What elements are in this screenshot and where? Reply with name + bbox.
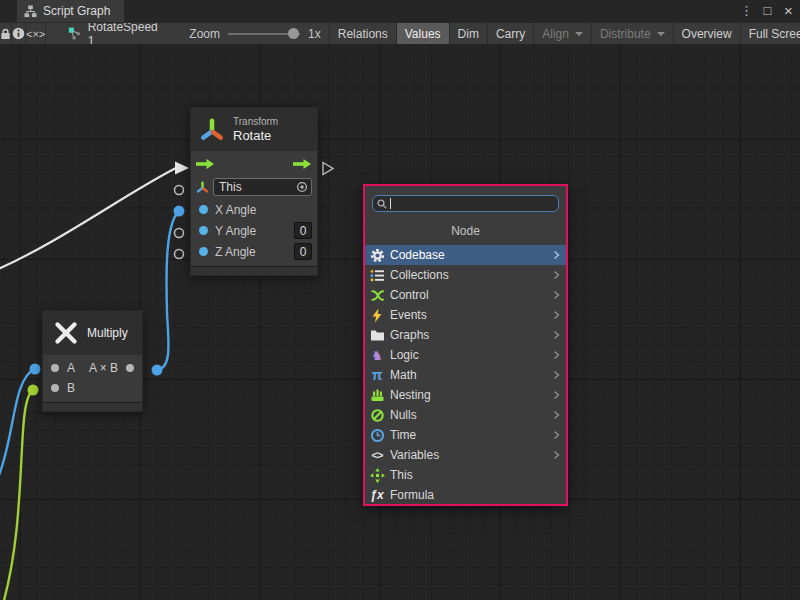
unconnected-port[interactable] xyxy=(175,229,184,238)
flow-input-arrow-icon[interactable] xyxy=(196,158,215,170)
finder-item-label: Nulls xyxy=(390,408,547,422)
finder-item-events[interactable]: Events xyxy=(365,305,566,325)
finder-item-math[interactable]: π Math xyxy=(365,365,566,385)
value-port-icon[interactable] xyxy=(199,205,208,214)
code-view-button[interactable]: <×> xyxy=(26,23,46,44)
value-port-icon[interactable] xyxy=(51,384,59,392)
info-button[interactable] xyxy=(12,23,26,44)
tab-script-graph[interactable]: Script Graph xyxy=(17,0,124,22)
fx-icon: ƒx xyxy=(369,488,385,503)
knight-icon: ♞ xyxy=(369,348,385,363)
full-screen-button[interactable]: Full Screen xyxy=(741,23,800,44)
zoom-slider[interactable] xyxy=(228,23,300,45)
null-circle-icon xyxy=(369,408,385,423)
button-label: Relations xyxy=(338,27,388,41)
node-title: Multiply xyxy=(87,326,128,341)
wire-end-dot[interactable] xyxy=(28,385,39,396)
finder-item-this[interactable]: This xyxy=(365,465,566,485)
finder-item-label: Nesting xyxy=(390,388,547,402)
finder-item-label: Codebase xyxy=(390,248,547,262)
port-row-x-angle: X Angle xyxy=(191,199,317,220)
pi-icon: π xyxy=(369,368,385,383)
value-wire-into-b[interactable] xyxy=(3,390,33,600)
zoom-level: 1x xyxy=(308,27,321,41)
y-angle-value-field[interactable]: 0 xyxy=(294,222,312,239)
gear-icon xyxy=(369,248,385,263)
object-picker-icon[interactable] xyxy=(296,181,308,193)
flow-output-arrow-icon[interactable] xyxy=(293,158,312,170)
graph-canvas[interactable]: Transform Rotate This xyxy=(0,44,800,600)
finder-item-label: Variables xyxy=(390,448,547,462)
value-port-icon[interactable] xyxy=(126,364,134,372)
finder-item-time[interactable]: Time xyxy=(365,425,566,445)
unconnected-port[interactable] xyxy=(175,186,184,195)
finder-item-nulls[interactable]: Nulls xyxy=(365,405,566,425)
node-footer xyxy=(191,266,317,275)
value-port-icon[interactable] xyxy=(199,226,208,235)
search-field[interactable] xyxy=(372,195,559,212)
port-row-y-angle: Y Angle 0 xyxy=(191,220,317,241)
flow-wire[interactable] xyxy=(0,168,176,270)
wire-end-dot[interactable] xyxy=(30,364,41,375)
chevron-right-icon xyxy=(552,268,561,282)
unconnected-flow-port[interactable] xyxy=(323,163,333,175)
close-icon[interactable]: × xyxy=(780,0,797,22)
node-title: Rotate xyxy=(233,128,278,143)
list-icon xyxy=(369,268,385,283)
dropdown-arrow-icon xyxy=(575,32,583,36)
transform-rotate-node[interactable]: Transform Rotate This xyxy=(190,107,318,276)
relations-button[interactable]: Relations xyxy=(329,23,397,44)
chevron-right-icon xyxy=(552,368,561,382)
distribute-button[interactable]: Distribute xyxy=(592,23,674,44)
breadcrumb[interactable]: RotateSpeed 1 xyxy=(58,23,169,44)
finder-item-label: This xyxy=(390,468,561,482)
finder-item-codebase[interactable]: Codebase xyxy=(365,245,566,265)
port-row-b: B xyxy=(43,378,142,398)
values-button[interactable]: Values xyxy=(397,23,450,44)
lightning-icon xyxy=(369,308,385,323)
fuzzy-finder-menu: Node Codebase xyxy=(363,184,568,506)
chevron-right-icon xyxy=(552,448,561,462)
finder-item-formula[interactable]: ƒx Formula xyxy=(365,485,566,505)
finder-item-nesting[interactable]: Nesting xyxy=(365,385,566,405)
z-angle-value-field[interactable]: 0 xyxy=(294,243,312,260)
search-input[interactable] xyxy=(390,197,554,210)
finder-item-label: Collections xyxy=(390,268,547,282)
finder-item-label: Formula xyxy=(390,488,561,502)
unconnected-port[interactable] xyxy=(175,250,184,259)
finder-item-logic[interactable]: ♞ Logic xyxy=(365,345,566,365)
button-label: Dim xyxy=(458,27,479,41)
window-menu-icon[interactable]: ⋮ xyxy=(738,0,755,22)
finder-item-variables[interactable]: <> Variables xyxy=(365,445,566,465)
port-row-a: A A × B xyxy=(43,358,142,378)
button-label: Values xyxy=(405,27,441,41)
maximize-icon[interactable]: □ xyxy=(759,0,776,22)
wire-end-dot[interactable] xyxy=(174,206,185,217)
finder-header: Node xyxy=(365,216,566,245)
carry-button[interactable]: Carry xyxy=(488,23,534,44)
chevron-right-icon xyxy=(552,408,561,422)
lock-button[interactable] xyxy=(0,23,12,44)
port-label: Y Angle xyxy=(215,224,287,238)
chevron-right-icon xyxy=(552,248,561,262)
align-button[interactable]: Align xyxy=(534,23,592,44)
angle-brackets-icon: <> xyxy=(369,448,385,463)
output-port-label: A × B xyxy=(89,361,118,375)
dropdown-arrow-icon xyxy=(657,32,665,36)
code-toggle-label: <×> xyxy=(26,28,45,40)
finder-item-label: Logic xyxy=(390,348,547,362)
target-object-field[interactable]: This xyxy=(213,178,312,196)
multiply-node[interactable]: Multiply A A × B B xyxy=(42,310,143,412)
wire-end-dot[interactable] xyxy=(152,365,163,376)
value-port-icon[interactable] xyxy=(199,247,208,256)
value-port-icon[interactable] xyxy=(51,364,59,372)
zoom-control: Zoom 1x xyxy=(181,23,328,44)
finder-item-collections[interactable]: Collections xyxy=(365,265,566,285)
dim-button[interactable]: Dim xyxy=(450,23,488,44)
finder-item-control[interactable]: Control xyxy=(365,285,566,305)
finder-item-graphs[interactable]: Graphs xyxy=(365,325,566,345)
node-header: Transform Rotate xyxy=(191,108,317,151)
overview-button[interactable]: Overview xyxy=(674,23,741,44)
zoom-slider-handle[interactable] xyxy=(288,28,299,39)
graph-name: RotateSpeed 1 xyxy=(88,22,160,44)
